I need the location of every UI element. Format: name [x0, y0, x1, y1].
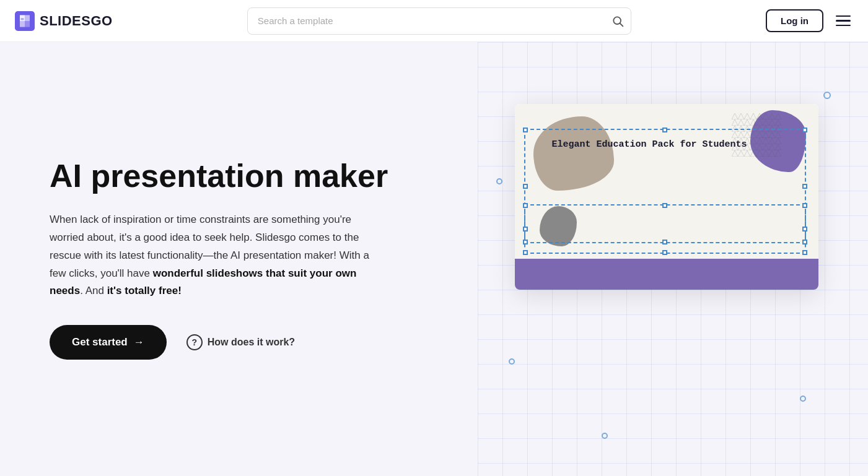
search-input[interactable]	[247, 7, 631, 35]
svg-line-6	[620, 23, 623, 26]
hero-desc-text2: . And	[80, 285, 107, 296]
how-it-works-button[interactable]: ? How does it work?	[186, 334, 295, 350]
how-it-works-label: How does it work?	[208, 337, 295, 348]
menu-button[interactable]	[833, 13, 853, 29]
hero-section: AI presentation maker When lack of inspi…	[0, 42, 868, 476]
handle2-mr	[802, 227, 807, 232]
slide-card: Elegant Education Pack for Students	[515, 104, 818, 290]
handle2-br	[802, 250, 807, 255]
handle-tm	[662, 128, 667, 132]
hero-description: When lack of inspiration or time constra…	[50, 211, 384, 300]
deco-circle-3	[509, 358, 515, 365]
slide-title: Elegant Education Pack for Students	[552, 138, 747, 151]
handle2-bm	[662, 250, 667, 255]
get-started-label: Get started	[72, 336, 128, 348]
handle-tr	[802, 128, 807, 132]
deco-circle-4	[823, 92, 831, 99]
hero-right: Elegant Education Pack for Students	[478, 42, 868, 476]
menu-bar-1	[836, 15, 851, 17]
search-button[interactable]	[612, 15, 624, 27]
question-icon: ?	[186, 334, 203, 350]
menu-bar-3	[836, 25, 851, 27]
slide-selection-bottom	[524, 204, 806, 254]
handle-ml	[523, 184, 528, 189]
deco-circle-5	[800, 396, 806, 402]
logo-link[interactable]: SLIDESGO	[15, 11, 113, 31]
handle2-ml	[523, 227, 528, 232]
svg-marker-3	[20, 21, 25, 27]
hero-left: AI presentation maker When lack of inspi…	[0, 121, 478, 397]
arrow-icon: →	[134, 336, 144, 348]
hero-title: AI presentation maker	[50, 158, 441, 194]
logo-text: SLIDESGO	[40, 13, 113, 29]
get-started-button[interactable]: Get started →	[50, 325, 167, 360]
handle-tl	[523, 128, 528, 132]
logo-icon	[15, 11, 35, 31]
handle-mr	[802, 184, 807, 189]
deco-circle-6	[602, 433, 608, 439]
search-container	[247, 7, 631, 35]
hero-actions: Get started → ? How does it work?	[50, 325, 441, 360]
slide-card-content: Elegant Education Pack for Students	[515, 104, 818, 259]
login-button[interactable]: Log in	[766, 9, 823, 32]
svg-marker-2	[25, 15, 30, 21]
handle2-bl	[523, 250, 528, 255]
handle2-tr	[802, 203, 807, 208]
slide-card-bar	[515, 259, 818, 290]
search-icon	[612, 15, 624, 27]
menu-bar-2	[836, 20, 851, 22]
svg-marker-4	[25, 21, 30, 27]
navbar: SLIDESGO Log in	[0, 0, 868, 42]
handle2-tm	[662, 203, 667, 208]
deco-circle-2	[496, 178, 502, 184]
hero-desc-bold2: it's totally free!	[107, 285, 182, 296]
handle2-tl	[523, 203, 528, 208]
